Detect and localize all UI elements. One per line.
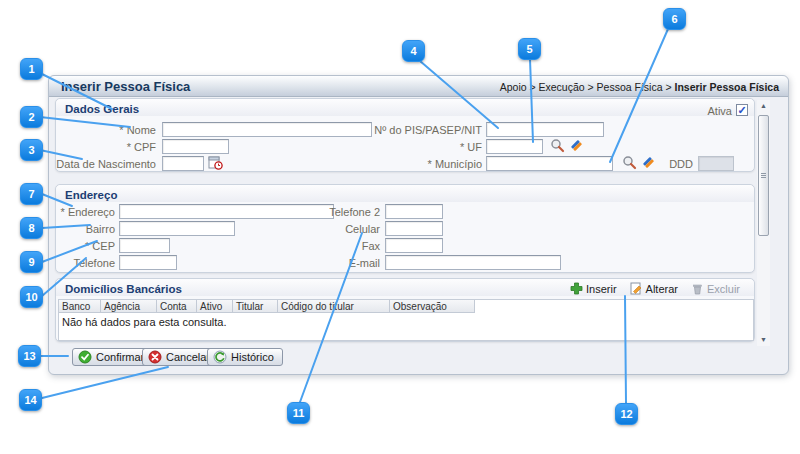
excluir-action[interactable]: Excluir: [691, 282, 740, 295]
callout-badge-13: 13: [18, 345, 41, 367]
breadcrumb: Apoio > Execução > Pessoa Física > Inser…: [500, 81, 779, 93]
section-domicilios-bancarios: Domicílios Bancários Inserir Alterar: [55, 278, 755, 342]
callout-badge-5: 5: [518, 38, 541, 60]
pis-input[interactable]: [486, 122, 604, 137]
confirmar-button-label: Confirmar: [96, 351, 144, 363]
breadcrumb-current: Inserir Pessoa Física: [675, 81, 779, 93]
col-agencia: Agência: [101, 300, 157, 313]
col-observacao: Observação: [390, 300, 475, 313]
grid-actions: Inserir Alterar Excluir: [570, 282, 740, 295]
edit-icon: [630, 282, 643, 295]
section-endereco: Endereço * Endereço Telefone 2 Bairro Ce…: [55, 184, 755, 273]
cancel-x-icon: [148, 350, 162, 364]
uf-input[interactable]: [486, 139, 543, 154]
bank-accounts-table: Banco Agência Conta Ativo Titular Código…: [58, 299, 754, 341]
ddd-input: [698, 156, 734, 171]
screenshot-page: 1 2 3 4 5 6 7 8 9 10 11 12 13 14 Inserir…: [0, 0, 800, 454]
empty-table-message: Não há dados para esta consulta.: [62, 316, 227, 328]
email-input[interactable]: [385, 255, 561, 270]
callout-badge-8: 8: [20, 217, 43, 239]
uf-label: * UF: [296, 140, 482, 155]
endereco-label: * Endereço: [56, 205, 115, 220]
calendar-icon[interactable]: [208, 155, 223, 170]
uf-search-icon[interactable]: [550, 138, 565, 153]
cpf-label: * CPF: [56, 140, 156, 155]
col-banco: Banco: [59, 300, 101, 313]
plus-icon: [570, 282, 583, 295]
vertical-scrollbar[interactable]: ▲ ▼: [757, 100, 770, 346]
section-dados-gerais: Dados Gerais Ativa ✓ * Nome Nº do PIS/PA…: [55, 98, 755, 172]
fax-label: Fax: [306, 239, 380, 254]
callout-badge-7: 7: [20, 183, 43, 205]
endereco-input[interactable]: [119, 204, 334, 219]
table-header-row: Banco Agência Conta Ativo Titular Código…: [59, 300, 475, 313]
celular-label: Celular: [306, 222, 380, 237]
bairro-input[interactable]: [119, 221, 235, 236]
data-nascimento-label: Data de Nascimento: [56, 157, 156, 172]
cep-label: * CEP: [56, 239, 115, 254]
cancelar-button-label: Cancelar: [166, 351, 210, 363]
historico-button[interactable]: Histórico: [207, 348, 283, 366]
cpf-input[interactable]: [162, 139, 229, 154]
title-bar: Inserir Pessoa Física Apoio > Execução >…: [49, 76, 788, 97]
alterar-action-label: Alterar: [646, 283, 678, 295]
inserir-action[interactable]: Inserir: [570, 282, 617, 295]
callout-badge-14: 14: [19, 389, 42, 411]
telefone-input[interactable]: [119, 255, 177, 270]
telefone2-label: Telefone 2: [306, 205, 380, 220]
uf-eraser-icon[interactable]: [569, 138, 584, 153]
ativa-checkbox[interactable]: ✓: [736, 104, 748, 116]
municipio-input[interactable]: [486, 156, 613, 171]
section-dados-gerais-header: Dados Gerais: [65, 103, 139, 115]
data-nascimento-input[interactable]: [162, 156, 204, 171]
inserir-action-label: Inserir: [586, 283, 617, 295]
col-conta: Conta: [157, 300, 197, 313]
section-domicilios-header: Domicílios Bancários: [65, 283, 182, 295]
section-endereco-header: Endereço: [65, 189, 117, 201]
telefone-label: Telefone: [56, 256, 115, 271]
email-label: E-mail: [306, 256, 380, 271]
bairro-label: Bairro: [56, 222, 115, 237]
callout-badge-4: 4: [402, 40, 425, 62]
trash-icon: [691, 282, 704, 295]
callout-badge-3: 3: [20, 139, 43, 161]
alterar-action[interactable]: Alterar: [630, 282, 678, 295]
col-titular: Titular: [233, 300, 278, 313]
callout-badge-12: 12: [615, 403, 638, 425]
col-ativo: Ativo: [197, 300, 233, 313]
breadcrumb-path: Apoio > Execução > Pessoa Física >: [500, 81, 675, 93]
confirm-check-icon: [78, 350, 92, 364]
callout-badge-1: 1: [20, 58, 43, 80]
callout-badge-6: 6: [663, 8, 686, 30]
scrollbar-thumb[interactable]: [758, 115, 769, 236]
celular-input[interactable]: [385, 221, 443, 236]
scroll-down-icon[interactable]: ▼: [757, 334, 770, 345]
pis-label: Nº do PIS/PASEP/NIT: [296, 123, 482, 138]
excluir-action-label: Excluir: [707, 283, 740, 295]
fax-input[interactable]: [385, 238, 443, 253]
scroll-up-icon[interactable]: ▲: [757, 100, 770, 111]
nome-label: * Nome: [56, 123, 156, 138]
history-icon: [213, 350, 227, 364]
ativa-label: Ativa: [671, 104, 732, 119]
callout-badge-2: 2: [20, 106, 43, 128]
telefone2-input[interactable]: [385, 204, 443, 219]
municipio-search-icon[interactable]: [622, 155, 637, 170]
callout-badge-10: 10: [20, 286, 43, 308]
historico-button-label: Histórico: [231, 351, 274, 363]
cep-input[interactable]: [119, 238, 170, 253]
scrollbar-grip: [761, 173, 766, 178]
callout-badge-9: 9: [20, 251, 43, 273]
municipio-label: * Município: [296, 157, 482, 172]
col-codigo-titular: Código do titular: [278, 300, 390, 313]
page-title: Inserir Pessoa Física: [61, 79, 190, 94]
ddd-label: DDD: [648, 157, 693, 172]
callout-badge-11: 11: [287, 402, 310, 424]
